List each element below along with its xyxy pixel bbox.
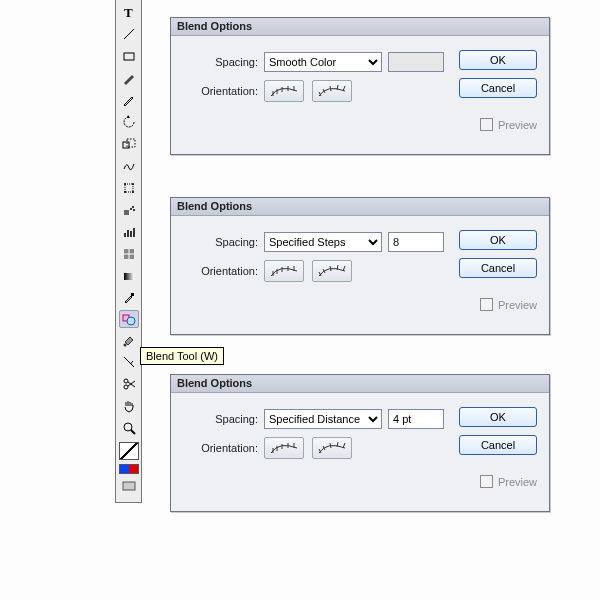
screen-mode-icon[interactable] [118, 476, 140, 496]
svg-line-1 [124, 29, 134, 39]
svg-rect-3 [123, 142, 129, 148]
rotate-tool-icon[interactable] [118, 112, 140, 132]
svg-point-13 [133, 209, 135, 211]
spacing-label: Spacing: [186, 413, 258, 425]
live-paint-tool-icon[interactable] [118, 330, 140, 350]
preview-checkbox[interactable] [480, 298, 493, 311]
svg-rect-10 [124, 210, 129, 215]
line-tool-icon[interactable] [118, 24, 140, 44]
orientation-align-page-icon[interactable] [264, 437, 304, 459]
free-transform-tool-icon[interactable] [118, 178, 140, 198]
svg-point-26 [124, 385, 128, 389]
fill-stroke-swatch[interactable] [119, 442, 139, 460]
cancel-button[interactable]: Cancel [459, 258, 537, 278]
gradient-tool-icon[interactable] [118, 266, 140, 286]
color-mode-swatch[interactable] [119, 464, 139, 474]
orientation-align-page-icon[interactable] [264, 80, 304, 102]
svg-rect-22 [131, 293, 134, 296]
svg-rect-15 [127, 230, 129, 237]
spacing-label: Spacing: [186, 236, 258, 248]
warp-tool-icon[interactable] [118, 156, 140, 176]
preview-label: Preview [498, 299, 537, 311]
svg-line-48 [330, 266, 331, 271]
blend-options-dialog-3: Blend Options Spacing: Smooth Color Spec… [170, 374, 550, 512]
cancel-button[interactable]: Cancel [459, 78, 537, 98]
svg-line-58 [330, 443, 331, 448]
preview-label: Preview [498, 476, 537, 488]
svg-rect-5 [125, 184, 133, 192]
svg-point-27 [124, 379, 128, 383]
toolbox: T [115, 0, 142, 503]
svg-point-9 [132, 191, 134, 193]
pencil-tool-icon[interactable] [118, 90, 140, 110]
svg-rect-30 [123, 482, 135, 490]
svg-line-29 [131, 430, 135, 434]
spacing-value-input[interactable] [388, 409, 444, 429]
svg-rect-4 [127, 139, 135, 147]
preview-label: Preview [498, 119, 537, 131]
orientation-align-page-icon[interactable] [264, 260, 304, 282]
svg-point-25 [123, 344, 126, 347]
eyedropper-tool-icon[interactable] [118, 288, 140, 308]
scissors-tool-icon[interactable] [118, 374, 140, 394]
slice-tool-icon[interactable] [118, 352, 140, 372]
orientation-label: Orientation: [186, 85, 258, 97]
svg-point-12 [132, 206, 134, 208]
spacing-value-input [388, 52, 444, 72]
svg-point-7 [132, 183, 134, 185]
ok-button[interactable]: OK [459, 230, 537, 250]
symbol-sprayer-tool-icon[interactable] [118, 200, 140, 220]
graph-tool-icon[interactable] [118, 222, 140, 242]
svg-rect-16 [130, 231, 132, 237]
dialog-title: Blend Options [171, 375, 549, 393]
dialog-title: Blend Options [171, 18, 549, 36]
spacing-label: Spacing: [186, 56, 258, 68]
orientation-label: Orientation: [186, 265, 258, 277]
orientation-align-path-icon[interactable] [312, 80, 352, 102]
svg-point-6 [124, 183, 126, 185]
blend-options-dialog-2: Blend Options Spacing: Smooth Color Spec… [170, 197, 550, 335]
preview-checkbox[interactable] [480, 475, 493, 488]
paintbrush-tool-icon[interactable] [118, 68, 140, 88]
svg-line-38 [330, 86, 331, 91]
svg-point-28 [124, 423, 132, 431]
ok-button[interactable]: OK [459, 50, 537, 70]
svg-point-8 [124, 191, 126, 193]
spacing-select[interactable]: Smooth Color Specified Steps Specified D… [264, 409, 382, 429]
svg-rect-2 [124, 53, 134, 60]
svg-text:T: T [124, 5, 133, 19]
mesh-tool-icon[interactable] [118, 244, 140, 264]
spacing-select[interactable]: Smooth Color Specified Steps Specified D… [264, 52, 382, 72]
blend-options-dialog-1: Blend Options Spacing: Smooth Color Spec… [170, 17, 550, 155]
svg-rect-17 [133, 228, 135, 237]
svg-point-24 [127, 317, 135, 325]
orientation-align-path-icon[interactable] [312, 437, 352, 459]
preview-checkbox[interactable] [480, 118, 493, 131]
svg-rect-14 [124, 233, 126, 237]
scale-tool-icon[interactable] [118, 134, 140, 154]
dialog-title: Blend Options [171, 198, 549, 216]
svg-rect-21 [124, 273, 134, 280]
tooltip: Blend Tool (W) [140, 347, 224, 365]
orientation-label: Orientation: [186, 442, 258, 454]
spacing-select[interactable]: Smooth Color Specified Steps Specified D… [264, 232, 382, 252]
spacing-value-input[interactable] [388, 232, 444, 252]
cancel-button[interactable]: Cancel [459, 435, 537, 455]
zoom-tool-icon[interactable] [118, 418, 140, 438]
ok-button[interactable]: OK [459, 407, 537, 427]
rectangle-tool-icon[interactable] [118, 46, 140, 66]
orientation-align-path-icon[interactable] [312, 260, 352, 282]
type-tool-icon[interactable]: T [118, 2, 140, 22]
svg-point-11 [130, 208, 132, 210]
hand-tool-icon[interactable] [118, 396, 140, 416]
blend-tool-icon[interactable] [119, 310, 139, 328]
